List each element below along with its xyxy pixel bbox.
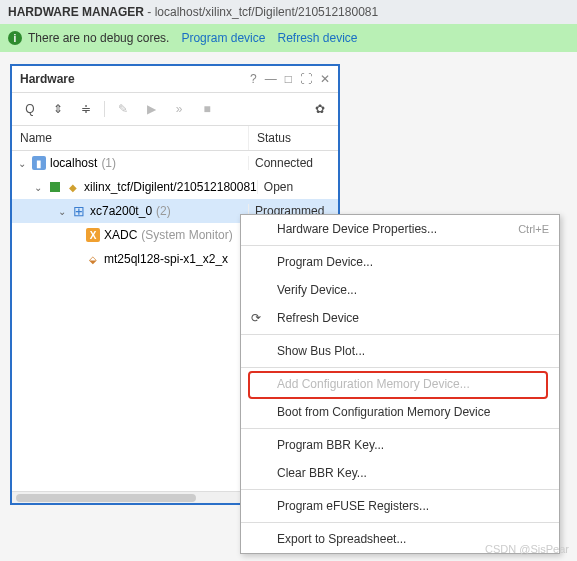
menu-clear-bbr[interactable]: Clear BBR Key... xyxy=(241,459,559,487)
node-label: xilinx_tcf/Digilent/210512180081 xyxy=(84,180,257,194)
menu-label: Program Device... xyxy=(277,255,373,269)
chip-icon: ⊞ xyxy=(72,204,86,218)
menu-boot-config-memory[interactable]: Boot from Configuration Memory Device xyxy=(241,398,559,426)
node-label: mt25ql128-spi-x1_x2_x xyxy=(104,252,228,266)
minimize-icon[interactable]: — xyxy=(265,72,277,86)
node-count: (1) xyxy=(101,156,116,170)
menu-refresh-device[interactable]: ⟳Refresh Device xyxy=(241,304,559,332)
header-title: HARDWARE MANAGER xyxy=(8,5,144,19)
status-cell: Open xyxy=(257,180,338,194)
node-label: xc7a200t_0 xyxy=(90,204,152,218)
program-device-link[interactable]: Program device xyxy=(181,31,265,45)
header-path: - localhost/xilinx_tcf/Digilent/21051218… xyxy=(144,5,378,19)
banner-message: There are no debug cores. xyxy=(28,31,169,45)
chevron-down-icon[interactable]: ⌄ xyxy=(34,182,44,193)
menu-label: Verify Device... xyxy=(277,283,357,297)
menu-label: Export to Spreadsheet... xyxy=(277,532,406,546)
separator xyxy=(104,101,105,117)
run-button[interactable]: ▶ xyxy=(139,98,163,120)
tree-row-cable[interactable]: ⌄◆xilinx_tcf/Digilent/210512180081 Open xyxy=(12,175,338,199)
menu-label: Clear BBR Key... xyxy=(277,466,367,480)
stop-button[interactable]: ■ xyxy=(195,98,219,120)
menu-separator xyxy=(241,245,559,246)
menu-label: Program BBR Key... xyxy=(277,438,384,452)
refresh-device-link[interactable]: Refresh device xyxy=(277,31,357,45)
menu-label: Hardware Device Properties... xyxy=(277,222,437,236)
menu-label: Program eFUSE Registers... xyxy=(277,499,429,513)
node-label: XADC xyxy=(104,228,137,242)
maximize-icon[interactable]: ⛶ xyxy=(300,72,312,86)
refresh-icon: ⟳ xyxy=(251,311,267,325)
node-label: localhost xyxy=(50,156,97,170)
help-icon[interactable]: ? xyxy=(250,72,257,86)
xadc-icon: X xyxy=(86,228,100,242)
context-menu: Hardware Device Properties...Ctrl+E Prog… xyxy=(240,214,560,554)
app-header: HARDWARE MANAGER - localhost/xilinx_tcf/… xyxy=(0,0,577,24)
chevron-down-icon[interactable]: ⌄ xyxy=(58,206,68,217)
node-hint: (System Monitor) xyxy=(141,228,232,242)
chevron-down-icon[interactable]: ⌄ xyxy=(18,158,28,169)
tree-row-localhost[interactable]: ⌄▮localhost (1) Connected xyxy=(12,151,338,175)
target-icon: ◆ xyxy=(66,180,80,194)
menu-label: Show Bus Plot... xyxy=(277,344,365,358)
menu-verify-device[interactable]: Verify Device... xyxy=(241,276,559,304)
restore-icon[interactable]: □ xyxy=(285,72,292,86)
node-count: (2) xyxy=(156,204,171,218)
expand-button[interactable]: ≑ xyxy=(74,98,98,120)
menu-show-bus-plot[interactable]: Show Bus Plot... xyxy=(241,337,559,365)
scrollbar-thumb[interactable] xyxy=(16,494,196,502)
menu-separator xyxy=(241,522,559,523)
watermark: CSDN @SisPear xyxy=(485,543,569,555)
toolbar: Q ⇕ ≑ ✎ ▶ » ■ ✿ xyxy=(12,93,338,126)
column-status[interactable]: Status xyxy=(248,126,338,150)
info-banner: i There are no debug cores. Program devi… xyxy=(0,24,577,52)
menu-add-config-memory: Add Configuration Memory Device... xyxy=(241,370,559,398)
column-name[interactable]: Name xyxy=(12,126,248,150)
menu-separator xyxy=(241,489,559,490)
edit-button[interactable]: ✎ xyxy=(111,98,135,120)
search-button[interactable]: Q xyxy=(18,98,42,120)
window-controls: ? — □ ⛶ ✕ xyxy=(250,72,330,86)
menu-shortcut: Ctrl+E xyxy=(518,223,549,235)
info-icon: i xyxy=(8,31,22,45)
panel-title: Hardware xyxy=(20,72,75,86)
menu-program-efuse[interactable]: Program eFUSE Registers... xyxy=(241,492,559,520)
collapse-button[interactable]: ⇕ xyxy=(46,98,70,120)
settings-button[interactable]: ✿ xyxy=(308,98,332,120)
menu-hw-properties[interactable]: Hardware Device Properties...Ctrl+E xyxy=(241,215,559,243)
status-cell: Connected xyxy=(248,156,338,170)
column-headers: Name Status xyxy=(12,126,338,151)
menu-program-device[interactable]: Program Device... xyxy=(241,248,559,276)
step-button[interactable]: » xyxy=(167,98,191,120)
memory-icon: ⬙ xyxy=(86,252,100,266)
menu-label: Refresh Device xyxy=(277,311,359,325)
panel-titlebar: Hardware ? — □ ⛶ ✕ xyxy=(12,66,338,93)
server-icon: ▮ xyxy=(32,156,46,170)
menu-label: Boot from Configuration Memory Device xyxy=(277,405,490,419)
menu-label: Add Configuration Memory Device... xyxy=(277,377,470,391)
board-icon xyxy=(48,180,62,194)
menu-separator xyxy=(241,334,559,335)
menu-program-bbr[interactable]: Program BBR Key... xyxy=(241,431,559,459)
menu-separator xyxy=(241,428,559,429)
menu-separator xyxy=(241,367,559,368)
close-icon[interactable]: ✕ xyxy=(320,72,330,86)
